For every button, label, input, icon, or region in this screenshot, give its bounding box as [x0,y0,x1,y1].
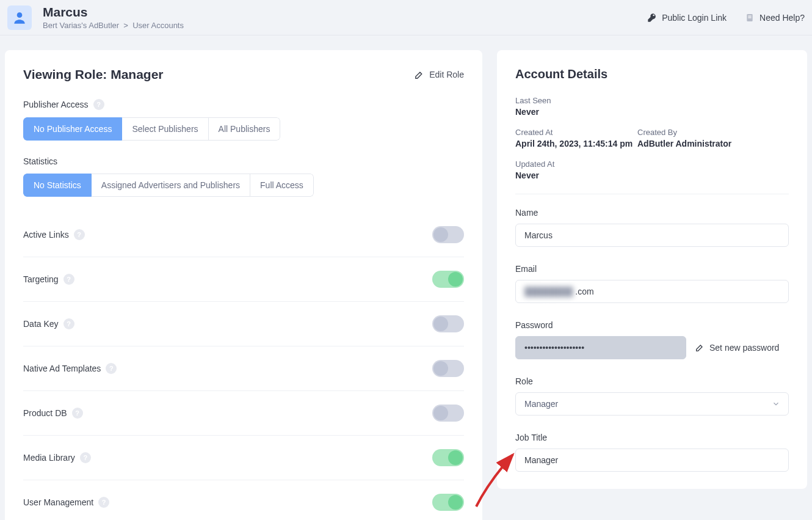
role-panel-title: Viewing Role: Manager [23,67,164,82]
toggle-row: User Management? [23,480,464,520]
user-icon [12,10,27,26]
edit-role-button[interactable]: Edit Role [414,70,464,80]
role-field: Role Manager [515,376,789,416]
email-input[interactable]: ████████ .com [515,280,789,303]
help-icon[interactable]: ? [93,99,104,110]
content-area: Viewing Role: Manager Edit Role Publishe… [0,35,812,520]
toggle-row: Native Ad Templates? [23,346,464,391]
toggle-label: Product DB? [23,408,83,419]
doc-icon [745,13,755,23]
role-panel: Viewing Role: Manager Edit Role Publishe… [5,50,482,520]
help-icon[interactable]: ? [106,363,117,374]
meta-created-by: Created By AdButler Administrator [637,128,789,148]
toggle-label: Native Ad Templates? [23,363,117,374]
seg-select-publishers[interactable]: Select Publishers [122,117,208,141]
breadcrumb-sep: > [121,21,131,30]
meta-updated-at: Updated At Never [515,159,789,180]
toggle-switch[interactable] [432,494,464,511]
svg-point-0 [17,12,23,18]
breadcrumb: Bert Varias's AdButler > User Accounts [43,21,647,30]
password-field: Password Set new password [515,320,789,359]
breadcrumb-root[interactable]: Bert Varias's AdButler [43,21,119,30]
toggle-row: Data Key? [23,302,464,346]
toggle-row: Media Library? [23,436,464,480]
toggle-label: Data Key? [23,318,74,329]
toggle-label: User Management? [23,497,109,508]
toggle-row: Targeting? [23,257,464,302]
help-icon[interactable]: ? [72,408,83,419]
role-select[interactable]: Manager [515,392,789,416]
svg-rect-3 [748,17,751,18]
toggle-switch[interactable] [432,360,464,377]
app-header: Marcus Bert Varias's AdButler > User Acc… [0,0,812,35]
seg-all-publishers[interactable]: All Publishers [209,117,281,141]
toggle-label: Targeting? [23,274,74,285]
toggle-switch[interactable] [432,315,464,332]
avatar [7,5,32,30]
publisher-access-label: Publisher Access ? [23,99,464,110]
toggle-switch[interactable] [432,226,464,243]
password-label: Password [515,320,789,330]
name-field: Name [515,208,789,247]
meta-last-seen: Last Seen Never [515,96,789,117]
toggle-switch[interactable] [432,271,464,288]
toggle-label: Active Links? [23,229,85,240]
meta-created-at: Created At April 24th, 2023, 11:45:14 pm [515,128,637,148]
seg-no-statistics[interactable]: No Statistics [23,174,92,197]
toggle-switch[interactable] [432,405,464,422]
public-login-link[interactable]: Public Login Link [647,13,727,23]
job-title-input[interactable] [515,449,789,472]
name-input[interactable] [515,224,789,247]
help-icon[interactable]: ? [63,318,74,329]
set-password-button[interactable]: Set new password [695,343,779,353]
page-title: Marcus [43,5,647,20]
toggle-row: Product DB? [23,391,464,436]
password-row: Set new password [515,336,789,359]
key-icon [647,13,657,23]
breadcrumb-leaf[interactable]: User Accounts [132,21,184,30]
role-panel-head: Viewing Role: Manager Edit Role [23,67,464,82]
role-label: Role [515,376,789,386]
toggle-switch[interactable] [432,449,464,466]
seg-assigned-ap[interactable]: Assigned Advertisers and Publishers [92,174,250,197]
help-icon[interactable]: ? [80,452,91,463]
header-actions: Public Login Link Need Help? [647,13,805,23]
statistics-label: Statistics [23,156,464,166]
seg-full-access[interactable]: Full Access [250,174,314,197]
need-help-link[interactable]: Need Help? [745,13,805,23]
toggle-row: Active Links? [23,213,464,257]
account-details-title: Account Details [515,67,789,81]
help-icon[interactable]: ? [98,497,109,508]
title-block: Marcus Bert Varias's AdButler > User Acc… [43,5,647,30]
help-icon[interactable]: ? [63,274,74,285]
help-icon[interactable]: ? [74,229,85,240]
edit-icon [695,343,705,353]
edit-icon [414,70,424,80]
toggles-list: Active Links?Targeting?Data Key?Native A… [23,213,464,520]
svg-rect-2 [748,15,751,16]
job-title-field: Job Title [515,433,789,472]
statistics-segmented: No Statistics Assigned Advertisers and P… [23,174,314,197]
job-title-label: Job Title [515,433,789,442]
account-details-panel: Account Details Last Seen Never Created … [497,50,807,489]
toggle-label: Media Library? [23,452,91,463]
role-select-wrap: Manager [515,392,789,416]
name-label: Name [515,208,789,218]
email-label: Email [515,264,789,274]
divider [515,194,789,194]
seg-no-publisher-access[interactable]: No Publisher Access [23,117,122,141]
email-field: Email ████████ .com [515,264,789,303]
password-input [515,336,686,359]
meta-grid: Last Seen Never Created At April 24th, 2… [515,96,789,180]
publisher-access-segmented: No Publisher Access Select Publishers Al… [23,117,280,141]
